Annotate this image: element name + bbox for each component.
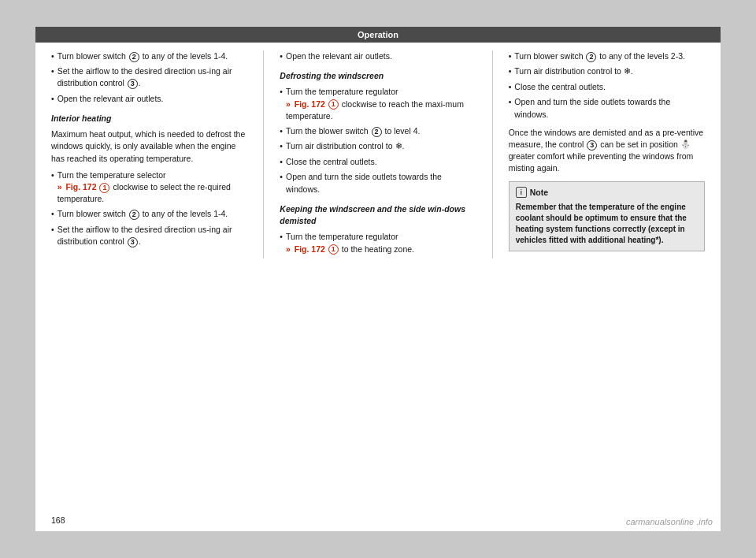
col1-bullet5-text: Turn blower switch xyxy=(57,209,126,218)
col2-bullet6-text: Open and turn the side outlets towards t… xyxy=(286,171,476,195)
col2-heading1: Defrosting the windscreen xyxy=(280,70,476,82)
col2-bullet7: • Turn the temperature regulator » Fig. … xyxy=(280,231,476,255)
col3-bullet3: • Close the central outlets. xyxy=(509,81,705,93)
divider-1 xyxy=(263,50,264,259)
col3-bullet3-text: Close the central outlets. xyxy=(514,81,606,93)
column-1: • Turn blower switch 2 to any of the lev… xyxy=(51,50,247,259)
col2-bullet7-text: Turn the temperature regulator xyxy=(286,232,398,241)
header-title: Operation xyxy=(358,30,398,39)
col1-bullet5-cont: to any of the levels 1-4. xyxy=(143,209,228,218)
col1-circle-2: 2 xyxy=(129,52,139,62)
col2-fig2-num: 1 xyxy=(328,99,339,110)
snowflake-icon: ❄ xyxy=(395,141,402,151)
col1-bullet6: • Set the airflow to the desired directi… xyxy=(51,224,247,247)
col2-bullet3-text: Turn the blower switch xyxy=(286,126,369,136)
col3-bullet4: • Open and turn the side outlets towards… xyxy=(509,96,705,120)
col2-bullet2-text: Turn the temperature regulator xyxy=(286,87,398,96)
col1-bullet3: • Open the relevant air outlets. xyxy=(51,93,247,105)
col2-fig2-link: Fig. 172 xyxy=(295,99,325,109)
col1-bullet6-text: Set the airflow to the desired direction… xyxy=(57,225,232,246)
col1-circle-3b: 3 xyxy=(128,237,138,247)
col1-fig4-link: Fig. 172 xyxy=(65,182,96,192)
col3-para1: Once the windows are demisted and as a p… xyxy=(509,127,705,175)
col1-bullet5: • Turn blower switch 2 to any of the lev… xyxy=(51,208,247,220)
col1-bullet2-text: Set the airflow to the desired direction… xyxy=(57,66,232,87)
col2-bullet4-text: Turn air distribution control to xyxy=(286,141,393,151)
col2-fig7-num: 1 xyxy=(328,244,339,255)
col1-bullet1: • Turn blower switch 2 to any of the lev… xyxy=(51,50,247,62)
col1-para1: Maximum heat output, which is needed to … xyxy=(51,128,247,165)
col1-bullet4-text: Turn the temperature selector xyxy=(57,170,166,180)
col3-bullet4-text: Open and turn the side outlets towards t… xyxy=(514,96,705,120)
col3-circle-2: 2 xyxy=(586,52,596,62)
col1-heading1: Interior heating xyxy=(51,113,247,125)
col2-circle-2: 2 xyxy=(372,127,382,137)
note-text: Remember that the temperature of the eng… xyxy=(516,202,698,246)
col2-bullet3: • Turn the blower switch 2 to level 4. xyxy=(280,125,476,137)
col2-bullet3-cont: to level 4. xyxy=(385,126,421,136)
info-icon: i xyxy=(516,187,527,198)
col1-circle-3: 3 xyxy=(128,79,138,89)
col2-bullet2: • Turn the temperature regulator » Fig. … xyxy=(280,86,476,122)
col2-bullet1-text: Open the relevant air outlets. xyxy=(286,50,392,62)
col3-bullet1: • Turn blower switch 2 to any of the lev… xyxy=(509,50,705,62)
col2-bullet7-cont: to the heating zone. xyxy=(342,244,414,254)
col1-circle-2b: 2 xyxy=(129,210,139,220)
content-area: • Turn blower switch 2 to any of the lev… xyxy=(35,50,721,259)
col1-bullet4: • Turn the temperature selector » Fig. 1… xyxy=(51,169,247,206)
snowflake-icon2: ❄ xyxy=(624,66,631,76)
col2-fig7-link: Fig. 172 xyxy=(295,244,325,254)
col3-bullet2: • Turn air distribution control to ❄. xyxy=(509,65,705,78)
column-3: • Turn blower switch 2 to any of the lev… xyxy=(509,50,705,259)
col2-heading2: Keeping the windscreen and the side win-… xyxy=(280,203,476,227)
col3-bullet2-text: Turn air distribution control to xyxy=(514,66,621,76)
col1-bullet2: • Set the airflow to the desired directi… xyxy=(51,65,247,89)
col1-bullet3-text: Open the relevant air outlets. xyxy=(57,93,164,105)
col2-bullet5: • Close the central outlets. xyxy=(280,156,476,168)
col3-circle-3: 3 xyxy=(587,140,597,151)
column-2: • Open the relevant air outlets. Defrost… xyxy=(280,50,476,259)
col1-bullet1-cont: to any of the levels 1-4. xyxy=(143,51,228,61)
col1-bullet1-text: Turn blower switch xyxy=(57,51,126,61)
col3-bullet1-text: Turn blower switch xyxy=(514,51,583,61)
operation-header: Operation xyxy=(35,27,721,43)
col2-bullet5-text: Close the central outlets. xyxy=(286,156,377,168)
divider-2 xyxy=(492,50,493,259)
note-label: Note xyxy=(530,187,548,199)
note-box: i Note Remember that the temperature of … xyxy=(509,181,705,251)
watermark: carmanualsonline .info xyxy=(626,517,713,526)
note-header: i Note xyxy=(516,187,698,199)
col3-bullet1-cont: to any of the levels 2-3. xyxy=(599,51,685,61)
page: Operation • Turn blower switch 2 to any … xyxy=(35,27,721,531)
col2-bullet4: • Turn air distribution control to ❄. xyxy=(280,140,476,153)
col2-bullet1: • Open the relevant air outlets. xyxy=(280,50,476,62)
col2-bullet6: • Open and turn the side outlets towards… xyxy=(280,171,476,195)
col1-fig4-num: 1 xyxy=(99,183,109,193)
page-number: 168 xyxy=(51,515,65,525)
